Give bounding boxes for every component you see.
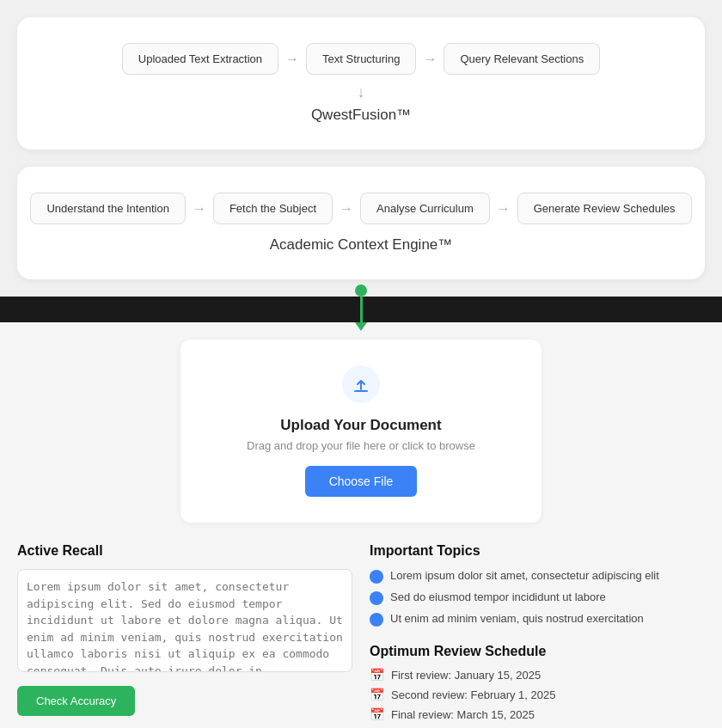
engine-name-2: Academic Context Engine™	[34, 236, 688, 254]
arrow-3: →	[193, 201, 206, 217]
down-arrow-1: ↓	[34, 83, 688, 101]
green-arrow-down	[355, 322, 367, 331]
calendar-icon-1: 📅	[370, 668, 384, 682]
top-card-2: Understand the Intention → Fetch the Sub…	[17, 167, 705, 279]
step-uploaded-text: Uploaded Text Extraction	[122, 43, 278, 75]
active-recall-textarea[interactable]	[17, 569, 352, 672]
topic-item-2: Sed do eiusmod tempor incididunt ut labo…	[370, 590, 705, 605]
engine-name-1: QwestFusion™	[34, 107, 688, 124]
active-recall-section: Active Recall Check Accuracy	[17, 543, 352, 727]
review-item-1: 📅 First review: January 15, 2025	[370, 668, 705, 682]
topic-dot-1	[370, 570, 383, 584]
calendar-icon-3: 📅	[370, 707, 384, 721]
step-generate: Generate Review Schedules	[517, 193, 692, 224]
important-topics-list: Lorem ipsum dolor sit amet, consectetur …	[370, 569, 705, 627]
flow-row-1: Uploaded Text Extraction → Text Structur…	[34, 43, 688, 75]
step-understand: Understand the Intention	[30, 193, 185, 224]
upload-subtitle: Drag and drop your file here or click to…	[198, 439, 524, 452]
active-recall-title: Active Recall	[17, 543, 352, 559]
arrow-1: →	[285, 52, 299, 67]
step-fetch: Fetch the Subject	[213, 193, 333, 224]
optimum-review-title: Optimum Review Schedule	[370, 644, 705, 659]
green-connector	[355, 284, 367, 331]
flow-row-2: Understand the Intention → Fetch the Sub…	[34, 193, 688, 224]
step-query-relevant: Query Relevant Sections	[444, 43, 600, 75]
choose-file-button[interactable]: Choose File	[305, 466, 418, 497]
upload-card: Upload Your Document Drag and drop your …	[180, 340, 542, 523]
review-item-2: 📅 Second review: February 1, 2025	[370, 688, 705, 701]
arrow-4: →	[340, 201, 353, 217]
divider	[0, 297, 722, 322]
important-topics-title: Important Topics	[370, 543, 705, 559]
bottom-section: Upload Your Document Drag and drop your …	[0, 322, 722, 728]
step-analyse: Analyse Curriculum	[360, 193, 490, 224]
arrow-2: →	[423, 52, 437, 67]
step-text-structuring: Text Structuring	[306, 43, 416, 75]
topic-item-3: Ut enim ad minim veniam, quis nostrud ex…	[370, 612, 705, 627]
upload-icon	[198, 365, 524, 407]
topic-dot-3	[370, 613, 383, 627]
review-item-3: 📅 Final review: March 15, 2025	[370, 707, 705, 721]
right-col: Important Topics Lorem ipsum dolor sit a…	[370, 543, 705, 727]
upload-title: Upload Your Document	[198, 417, 524, 434]
top-card-1: Uploaded Text Extraction → Text Structur…	[17, 17, 705, 150]
two-col-layout: Active Recall Check Accuracy Important T…	[17, 543, 705, 727]
topic-dot-2	[370, 591, 383, 605]
green-dot	[355, 284, 367, 297]
green-line	[360, 297, 363, 322]
topic-item-1: Lorem ipsum dolor sit amet, consectetur …	[370, 569, 705, 584]
check-accuracy-button[interactable]: Check Accuracy	[17, 686, 135, 716]
arrow-5: →	[497, 201, 511, 217]
calendar-icon-2: 📅	[370, 688, 384, 701]
